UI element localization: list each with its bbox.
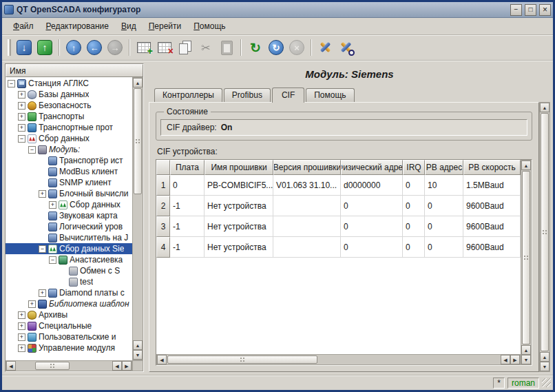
collapse-icon[interactable]: [18, 135, 25, 143]
table-row[interactable]: 3 -1 Нет устройства 0 0 0 9600Baud: [156, 216, 521, 237]
menu-edit[interactable]: Редактирование: [41, 19, 114, 33]
tree-item-module-mgmt[interactable]: Управление модуля: [6, 342, 132, 353]
scroll-right-icon[interactable]: [122, 361, 132, 371]
cell[interactable]: 0: [403, 237, 425, 258]
tree-item-transports[interactable]: Транспорты: [6, 111, 132, 122]
table-row[interactable]: 4 -1 Нет устройства 0 0 0 9600Baud: [156, 237, 521, 258]
collapse-icon[interactable]: [39, 245, 46, 253]
expand-icon[interactable]: [18, 344, 25, 352]
cell[interactable]: 0: [170, 175, 205, 196]
cell[interactable]: 0: [341, 216, 403, 237]
cell[interactable]: 9600Baud: [463, 196, 521, 216]
scroll-up-icon[interactable]: [540, 103, 549, 112]
cell[interactable]: [273, 237, 341, 258]
scroll-left-icon[interactable]: [6, 361, 16, 371]
collapse-icon[interactable]: [28, 146, 36, 154]
tab-cif[interactable]: CIF: [272, 87, 304, 103]
tools-search-button[interactable]: [336, 37, 357, 58]
titlebar[interactable]: QT OpenSCADA конфигуратор: [2, 2, 553, 18]
collapse-icon[interactable]: [49, 256, 56, 264]
page-vertical-scrollbar[interactable]: [539, 102, 550, 372]
cell[interactable]: 10: [425, 175, 463, 196]
column-header-irq[interactable]: IRQ: [403, 160, 425, 175]
collapse-icon[interactable]: [8, 80, 15, 87]
maximize-button[interactable]: [525, 4, 536, 16]
scroll-left-icon[interactable]: [501, 355, 510, 364]
cell[interactable]: 0: [425, 196, 463, 216]
expand-icon[interactable]: [18, 102, 25, 110]
expand-icon[interactable]: [18, 113, 25, 121]
tree-item-databases[interactable]: Базы данных: [6, 89, 132, 100]
table-horizontal-scrollbar[interactable]: [156, 354, 521, 365]
tab-help[interactable]: Помощь: [306, 88, 354, 102]
cell[interactable]: 1.5MBaud: [463, 175, 521, 196]
cell[interactable]: 0: [341, 237, 403, 258]
tree-horizontal-scrollbar[interactable]: [6, 360, 132, 371]
expand-icon[interactable]: [28, 300, 36, 308]
tools-button[interactable]: [315, 37, 336, 58]
tree-vertical-scrollbar[interactable]: [132, 77, 143, 360]
minimize-button[interactable]: [510, 4, 522, 16]
cell[interactable]: 0: [425, 216, 463, 237]
scroll-thumb[interactable]: [35, 362, 70, 370]
save-button[interactable]: [34, 37, 55, 58]
tree-item-logiclev[interactable]: Логический уров: [6, 221, 132, 232]
scroll-down-icon[interactable]: [521, 355, 531, 364]
tree-item-siemens[interactable]: Сбор данных Sie: [6, 243, 132, 254]
scroll-thumb[interactable]: [134, 88, 142, 194]
tree-item-blockcalc[interactable]: Блочный вычисли: [6, 188, 132, 199]
scroll-up-icon[interactable]: [521, 161, 531, 170]
scroll-up-icon[interactable]: [521, 345, 531, 355]
column-header-pb-addr[interactable]: PB адрес: [425, 160, 463, 175]
cell[interactable]: PB-COMBICIF5...: [205, 175, 273, 196]
cell[interactable]: Нет устройства: [205, 237, 273, 258]
tree-item-diamond[interactable]: Diamond платы с: [6, 287, 132, 298]
close-button[interactable]: [539, 4, 551, 16]
cell[interactable]: 0: [403, 196, 425, 216]
cell[interactable]: [273, 216, 341, 237]
menu-file[interactable]: Файл: [8, 19, 39, 33]
table-row[interactable]: 1 0 PB-COMBICIF5... V01.063 31.10... d00…: [156, 175, 521, 196]
cell[interactable]: [273, 196, 341, 216]
menu-go[interactable]: Перейти: [143, 19, 187, 33]
cell[interactable]: 9600Baud: [463, 237, 521, 258]
tree-item-transporter[interactable]: Транспортёр ист: [6, 155, 132, 166]
tree-item-protocols[interactable]: Транспортные прот: [6, 122, 132, 133]
tree-item-daq[interactable]: Сбор данных: [6, 133, 132, 144]
expand-icon[interactable]: [39, 289, 46, 297]
column-header-pb-speed[interactable]: PB скорость: [463, 160, 521, 175]
splitter[interactable]: [144, 63, 149, 372]
tree-item-specials[interactable]: Специальные: [6, 320, 132, 331]
back-button[interactable]: [84, 37, 105, 58]
cell[interactable]: 9600Baud: [463, 216, 521, 237]
scroll-thumb[interactable]: [522, 171, 530, 344]
copy-item-button[interactable]: [175, 37, 196, 58]
cell[interactable]: 0: [425, 237, 463, 258]
cell[interactable]: d0000000: [341, 175, 403, 196]
scroll-left-icon[interactable]: [157, 355, 167, 364]
column-header-fw-name[interactable]: Имя прошивки: [205, 160, 273, 175]
expand-icon[interactable]: [39, 190, 46, 198]
table-vertical-scrollbar[interactable]: [521, 160, 532, 365]
column-header-board[interactable]: Плата: [170, 160, 205, 175]
tree-item-archives[interactable]: Архивы: [6, 309, 132, 320]
tree-item-daq-sub[interactable]: Сбор данных: [6, 199, 132, 210]
expand-icon[interactable]: [18, 333, 25, 341]
add-item-button[interactable]: [134, 37, 154, 58]
tab-controllers[interactable]: Контроллеры: [154, 88, 222, 102]
tree-item-snmp[interactable]: SNMP клиент: [6, 177, 132, 188]
scroll-thumb[interactable]: [167, 355, 317, 364]
tree-item-anastasievka[interactable]: Анастасиевка: [6, 254, 132, 265]
cell[interactable]: -1: [170, 216, 205, 237]
scroll-up-icon[interactable]: [540, 352, 549, 362]
refresh-button[interactable]: [245, 37, 266, 58]
scroll-up-icon[interactable]: [133, 340, 143, 350]
cell[interactable]: 0: [403, 175, 425, 196]
cell[interactable]: V01.063 31.10...: [273, 175, 341, 196]
tree-item-module-group[interactable]: Модуль:: [6, 144, 132, 155]
cell[interactable]: -1: [170, 196, 205, 216]
toolbar-handle[interactable]: [8, 39, 11, 56]
tree-item-station[interactable]: Станция АГЛКС: [6, 78, 132, 89]
table-row[interactable]: 2 -1 Нет устройства 0 0 0 9600Baud: [156, 196, 521, 216]
cell[interactable]: -1: [170, 237, 205, 258]
